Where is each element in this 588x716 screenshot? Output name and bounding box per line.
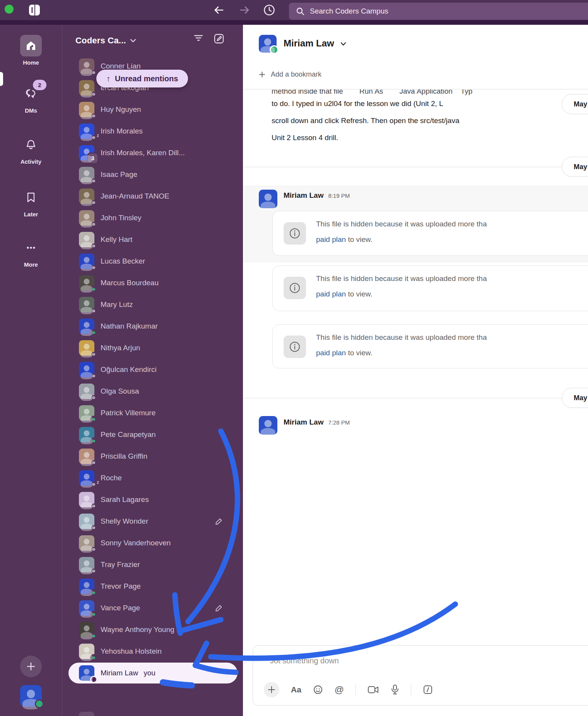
- dm-list-item[interactable]: Nathan Rajkumar: [62, 315, 243, 337]
- filter-icon[interactable]: [193, 33, 203, 44]
- dm-list-item[interactable]: Olga Sousa: [62, 380, 243, 402]
- history-back-icon[interactable]: [214, 5, 224, 15]
- mic-icon[interactable]: [391, 684, 399, 695]
- video-icon[interactable]: [368, 685, 379, 694]
- avatar: 3: [79, 145, 94, 161]
- avatar: [79, 644, 94, 659]
- dm-list-item[interactable]: Huy Nguyen: [62, 99, 243, 120]
- rail-item-activity[interactable]: Activity: [0, 134, 62, 165]
- compose-icon[interactable]: [214, 33, 224, 44]
- avatar: [79, 188, 94, 204]
- paid-plan-link[interactable]: paid plan: [316, 349, 346, 357]
- dm-list-item[interactable]: Marcus Bourdeau: [62, 272, 243, 294]
- rail-item-dms[interactable]: 2 DMs: [0, 83, 62, 114]
- mention-icon[interactable]: @: [335, 684, 344, 695]
- dnd-z-icon: z: [97, 480, 99, 485]
- paid-plan-link[interactable]: paid plan: [316, 290, 346, 298]
- dms-icon[interactable]: 2: [20, 83, 42, 104]
- dm-list-item[interactable]: Miriam Law you: [62, 662, 243, 684]
- dm-list-item[interactable]: Jean-Arnaud TANOE: [62, 185, 243, 207]
- dm-list-item[interactable]: Vance Page: [62, 597, 243, 619]
- date-pill[interactable]: May: [562, 157, 588, 177]
- dm-list-item[interactable]: Lucas Becker: [62, 250, 243, 272]
- dm-name: Pete Carapetyan: [101, 430, 156, 439]
- dm-list-item[interactable]: Trevor Page: [62, 576, 243, 597]
- shortcuts-slash-icon[interactable]: [423, 685, 433, 695]
- user-avatar[interactable]: [20, 685, 42, 707]
- composer-toolbar: Aa @: [264, 682, 433, 697]
- avatar: [79, 535, 94, 551]
- dm-list-item[interactable]: z Irish Morales: [62, 120, 243, 142]
- dm-list-item[interactable]: Kelly Hart: [62, 229, 243, 250]
- rail-item-later[interactable]: Later: [0, 187, 62, 218]
- presence-dot: [91, 243, 96, 248]
- dm-list-item[interactable]: 3 Irish Morales, Karen Dill...: [62, 142, 243, 164]
- presence-dot: [91, 439, 96, 444]
- dm-list-item[interactable]: Mary Lutz: [62, 294, 243, 315]
- dm-list-item[interactable]: Isaac Page: [62, 164, 243, 185]
- home-icon[interactable]: [20, 35, 42, 57]
- history-clock-icon[interactable]: [263, 4, 275, 16]
- dm-list-item[interactable]: John Tinsley: [62, 207, 243, 229]
- attach-plus-icon[interactable]: [264, 682, 279, 697]
- rail-item-home[interactable]: Home: [0, 35, 62, 66]
- message-composer[interactable]: Jot something down Aa @: [253, 645, 588, 706]
- dm-name: Trevor Page: [101, 582, 141, 591]
- dm-list-item[interactable]: Pete Carapetyan: [62, 424, 243, 445]
- dm-list-item[interactable]: Priscilla Griffin: [62, 445, 243, 467]
- info-icon: [284, 336, 306, 358]
- hidden-file-text: This file is hidden because it was uploa…: [316, 333, 588, 342]
- conversation-header[interactable]: Miriam Law: [243, 25, 588, 65]
- search-input[interactable]: Search Coders Campus: [289, 3, 588, 20]
- presence-dot: [91, 482, 96, 487]
- workspace-switcher[interactable]: Coders Ca...: [75, 32, 235, 50]
- dm-name: Irish Morales: [101, 127, 143, 135]
- activity-bell-icon[interactable]: [20, 134, 42, 156]
- message-author[interactable]: Miriam Law: [284, 418, 323, 427]
- history-forward-icon[interactable]: [239, 5, 250, 15]
- more-dots-icon[interactable]: [20, 237, 42, 259]
- message-timestamp[interactable]: 7:28 PM: [328, 419, 350, 426]
- dm-list-item[interactable]: z Roche: [62, 467, 243, 489]
- dm-list-item[interactable]: Sarah Lagares: [62, 489, 243, 510]
- presence-dot: [91, 525, 96, 530]
- unread-mentions-pill[interactable]: ↑ Unread mentions: [96, 70, 188, 87]
- avatar: [79, 449, 94, 464]
- sidebar-toggle-icon[interactable]: [29, 4, 40, 16]
- message-text-block: to do. I typed in u2l04 for the lesson w…: [272, 95, 588, 146]
- emoji-icon[interactable]: [313, 685, 323, 695]
- dm-name: Miriam Law: [101, 669, 138, 677]
- add-coworkers-search-icon: [79, 712, 94, 716]
- dm-list-item[interactable]: Wayne Anthony Young: [62, 619, 243, 641]
- hidden-file-card: This file is hidden because it was uploa…: [272, 324, 588, 368]
- dm-list-item[interactable]: Sonny Vanderhoeven: [62, 532, 243, 554]
- conversation-title[interactable]: Miriam Law: [284, 38, 334, 49]
- dm-list-item[interactable]: Tray Frazier: [62, 554, 243, 576]
- paid-plan-link[interactable]: paid plan: [316, 235, 346, 243]
- date-pill[interactable]: May: [562, 94, 588, 114]
- dm-list-item[interactable]: Oğulcan Kendirci: [62, 359, 243, 380]
- presence-dot: [91, 395, 96, 400]
- day-divider: [243, 398, 588, 398]
- dm-list-item[interactable]: Nithya Arjun: [62, 337, 243, 359]
- add-coworkers-button[interactable]: Add coworkers: [62, 709, 243, 716]
- message-author[interactable]: Miriam Law: [284, 191, 323, 200]
- presence-dot: [270, 45, 279, 54]
- day-divider: [243, 167, 588, 167]
- dm-list-item[interactable]: Yehoshua Holstein: [62, 641, 243, 662]
- message-timestamp[interactable]: 8:19 PM: [328, 192, 350, 199]
- dm-list-item[interactable]: Shelly Wonder: [62, 510, 243, 532]
- dm-name: Irish Morales, Karen Dill...: [101, 149, 185, 157]
- text-format-icon[interactable]: Aa: [291, 685, 301, 694]
- rail-item-more[interactable]: More: [0, 237, 62, 268]
- traffic-light-green[interactable]: [5, 5, 14, 14]
- avatar: [79, 362, 94, 377]
- message-avatar[interactable]: [259, 190, 277, 208]
- dm-list-item[interactable]: Patrick Villemure: [62, 402, 243, 424]
- later-bookmark-icon[interactable]: [20, 187, 42, 208]
- create-new-button[interactable]: [20, 656, 42, 677]
- avatar: [79, 340, 94, 356]
- add-bookmark-button[interactable]: Add a bookmark: [259, 70, 321, 79]
- avatar: [79, 665, 94, 681]
- date-pill[interactable]: May: [562, 388, 588, 408]
